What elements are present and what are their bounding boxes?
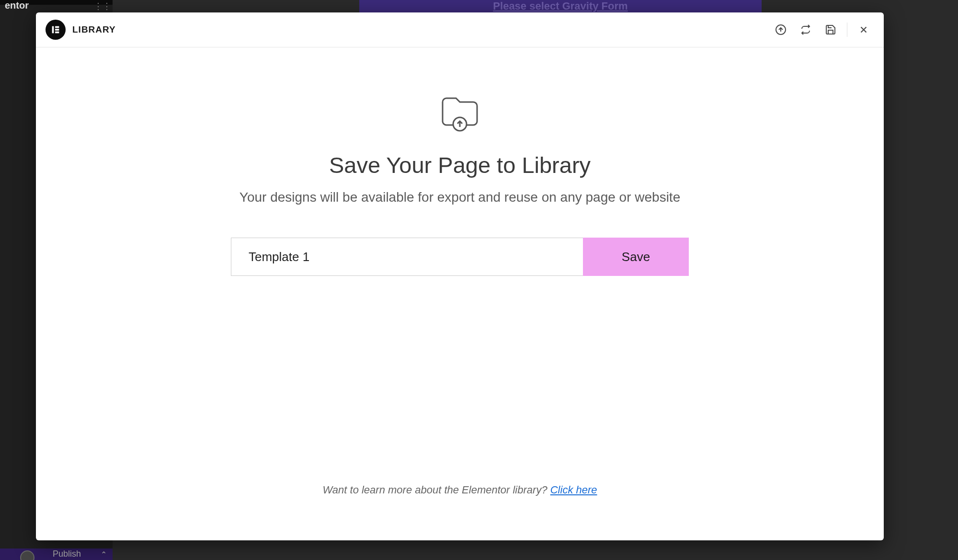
- close-icon: [858, 24, 869, 35]
- save-form: Save: [231, 238, 689, 276]
- page-subheading: Your designs will be available for expor…: [240, 190, 680, 205]
- library-modal: LIBRARY: [36, 12, 884, 540]
- template-name-input[interactable]: [231, 238, 583, 276]
- footer-link[interactable]: Click here: [550, 484, 597, 496]
- background-gravity-form-notice: Please select Gravity Form: [359, 0, 762, 12]
- upload-icon: [775, 24, 787, 35]
- save-icon-button[interactable]: [820, 19, 841, 40]
- modal-title: LIBRARY: [72, 24, 116, 35]
- sync-icon: [800, 24, 811, 35]
- header-divider: [847, 23, 847, 37]
- background-publish-label: Publish: [53, 549, 81, 559]
- folder-upload-icon: [437, 89, 483, 137]
- footer-text: Want to learn more about the Elementor l…: [322, 484, 597, 496]
- page-heading: Save Your Page to Library: [329, 152, 591, 178]
- elementor-logo: [46, 20, 66, 40]
- close-button[interactable]: [853, 19, 874, 40]
- save-icon: [825, 24, 836, 35]
- modal-header-actions: [770, 19, 874, 40]
- chevron-up-icon: ⌃: [101, 550, 107, 559]
- upload-button[interactable]: [770, 19, 791, 40]
- svg-rect-1: [55, 26, 59, 28]
- save-button[interactable]: Save: [583, 238, 689, 276]
- svg-rect-2: [55, 29, 59, 31]
- modal-header: LIBRARY: [36, 12, 884, 47]
- sync-button[interactable]: [795, 19, 816, 40]
- modal-body: Save Your Page to Library Your designs w…: [36, 47, 884, 540]
- svg-rect-0: [52, 26, 54, 34]
- footer-question: Want to learn more about the Elementor l…: [322, 484, 550, 496]
- svg-rect-3: [55, 32, 59, 34]
